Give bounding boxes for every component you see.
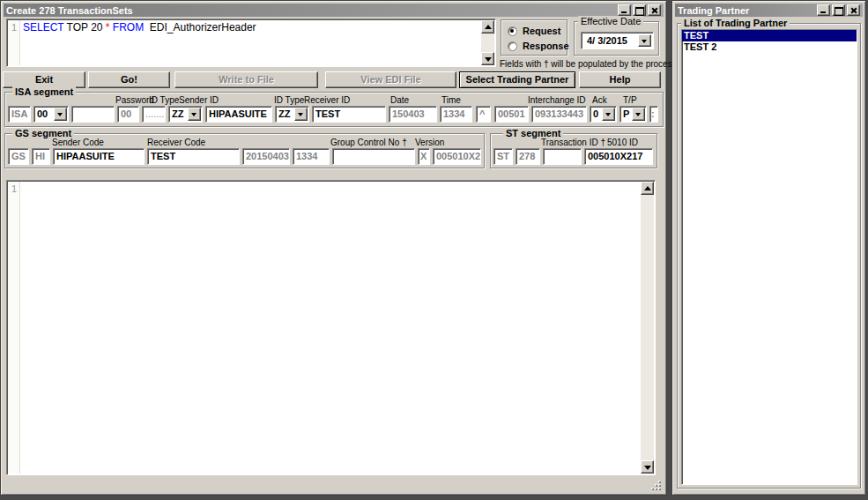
isa-password-field: ......... (142, 106, 166, 123)
main-window: Create 278 TransactionSets 1 SELECT TOP … (0, 0, 667, 496)
isa-id-type-sender-label: ID Type (149, 95, 179, 105)
effective-date-picker[interactable]: 4/ 3/2015 (581, 32, 654, 49)
gs-group-control-field[interactable] (332, 148, 415, 165)
gs-date-field: 20150403 (242, 148, 290, 165)
st-tag-field: ST (493, 148, 513, 165)
isa-auth-qualifier-value: 00 (37, 108, 48, 119)
gs-receiver-code-label: Receiver Code (147, 138, 205, 147)
response-radio-label: Response (523, 41, 569, 51)
go-button[interactable]: Go! (88, 71, 170, 88)
isa-sender-id-field[interactable]: HIPAASUITE (205, 106, 272, 123)
isa-sender-id-type-combo[interactable]: ZZ (168, 106, 203, 123)
sql-query-text: SELECT TOP 20 * FROM EDI_AuthorizerHeade… (23, 21, 256, 34)
response-radio[interactable] (508, 41, 517, 51)
help-button[interactable]: Help (579, 71, 661, 88)
isa-time-field: 1334 (440, 106, 472, 123)
scroll-up-icon[interactable] (641, 182, 654, 195)
st-5010-id-field[interactable]: 005010X217 (584, 148, 653, 165)
chevron-down-icon[interactable] (294, 108, 308, 121)
gs-version-label: Version (415, 138, 444, 147)
minimize-icon[interactable] (618, 4, 631, 16)
dagger-note: Fields with † will be populated by the p… (500, 59, 679, 69)
isa-receiver-id-field[interactable]: TEST (312, 106, 386, 123)
isa-receiver-id-type-combo[interactable]: ZZ (275, 106, 309, 123)
trading-partner-titlebar[interactable]: Trading Partner (675, 4, 863, 17)
trading-partner-list-group: List of Trading Partner TEST TEST 2 (677, 23, 861, 489)
effective-date-value: 4/ 3/2015 (587, 35, 627, 46)
isa-id-type-receiver-label: ID Type (274, 95, 304, 105)
gs-sender-code-label: Sender Code (52, 138, 104, 147)
isa-repetition-separator-field: ^ (476, 106, 491, 123)
main-titlebar[interactable]: Create 278 TransactionSets (4, 4, 664, 17)
effective-date-group: Effective Date 4/ 3/2015 (574, 21, 659, 56)
st-transaction-id-label: Transaction ID † (541, 138, 605, 147)
st-transaction-code-field: 278 (516, 148, 540, 165)
isa-date-label: Date (390, 95, 409, 105)
isa-sender-id-label: Sender ID (179, 95, 219, 105)
request-radio[interactable] (508, 26, 517, 36)
isa-security-qualifier-field: 00 (117, 106, 139, 123)
trading-partner-list[interactable]: TEST TEST 2 (681, 29, 857, 485)
sql-editor-scrollbar[interactable] (481, 20, 494, 65)
sql-text-mid: TOP 20 (63, 21, 105, 34)
gs-version-field: 005010X217 (433, 148, 481, 165)
sql-line-number: 1 (8, 20, 20, 65)
isa-time-label: Time (441, 95, 461, 105)
close-icon[interactable] (847, 4, 860, 16)
sql-keyword-select: SELECT (23, 21, 63, 34)
isa-interchange-id-field: 093133443 (531, 106, 587, 123)
isa-date-field: 150403 (389, 106, 437, 123)
close-icon[interactable] (648, 4, 661, 16)
isa-ack-value: 0 (593, 108, 598, 119)
select-trading-partner-button[interactable]: Select Trading Partner (459, 71, 575, 88)
output-scrollbar[interactable] (641, 182, 654, 474)
chevron-down-icon[interactable] (188, 108, 201, 121)
effective-date-label: Effective Date (578, 16, 643, 26)
isa-version-field: 00501 (494, 106, 529, 123)
chevron-down-icon[interactable] (54, 108, 67, 121)
isa-sender-id-type-value: ZZ (172, 108, 183, 119)
isa-ack-label: Ack (592, 95, 607, 105)
trading-partner-list-label: List of Trading Partner (681, 18, 790, 28)
gs-functional-code-field: HI (32, 148, 50, 165)
desktop: Create 278 TransactionSets 1 SELECT TOP … (0, 0, 868, 500)
trading-partner-window: Trading Partner List of Trading Partner … (671, 0, 866, 496)
output-editor[interactable]: 1 (6, 180, 656, 475)
isa-ack-combo[interactable]: 0 (590, 106, 617, 123)
isa-receiver-id-label: Receiver ID (304, 95, 350, 105)
scroll-down-icon[interactable] (481, 52, 494, 65)
gs-receiver-code-field[interactable]: TEST (147, 148, 240, 165)
sql-keyword-from: FROM (110, 21, 147, 34)
scroll-up-icon[interactable] (481, 20, 494, 34)
minimize-icon[interactable] (817, 4, 830, 16)
st-transaction-id-field[interactable] (543, 148, 582, 165)
scroll-down-icon[interactable] (641, 460, 654, 474)
gs-responsible-agency-field: X (418, 148, 430, 165)
isa-usage-combo[interactable]: P (619, 106, 647, 123)
sql-editor[interactable]: 1 SELECT TOP 20 * FROM EDI_AuthorizerHea… (6, 19, 496, 67)
resize-grip[interactable] (651, 481, 662, 491)
list-item[interactable]: TEST (682, 30, 857, 41)
isa-receiver-id-type-value: ZZ (278, 108, 290, 119)
maximize-icon[interactable] (832, 4, 845, 16)
chevron-down-icon[interactable] (602, 108, 615, 121)
isa-interchange-id-label: Interchange ID (528, 95, 586, 105)
isa-auth-qualifier-combo[interactable]: 00 (33, 106, 69, 123)
gs-tag-field: GS (8, 148, 29, 165)
isa-auth-info-field[interactable] (71, 106, 115, 123)
gs-sender-code-field[interactable]: HIPAASUITE (53, 148, 145, 165)
gs-group-control-label: Group Control No † (330, 138, 407, 147)
main-window-title: Create 278 TransactionSets (6, 5, 616, 16)
sql-table-name: EDI_AuthorizerHeader (147, 21, 256, 34)
st-5010-id-label: 5010 ID (607, 138, 638, 147)
isa-segment-legend: ISA segment (12, 86, 76, 97)
isa-tag-field: ISA (8, 106, 31, 123)
chevron-down-icon[interactable] (638, 34, 651, 47)
trading-partner-window-title: Trading Partner (678, 5, 815, 16)
maximize-icon[interactable] (633, 4, 646, 16)
write-to-file-button: Write to File (174, 71, 318, 88)
isa-tp-label: T/P (623, 95, 637, 105)
list-item[interactable]: TEST 2 (682, 41, 857, 53)
output-line-number: 1 (8, 182, 20, 474)
chevron-down-icon[interactable] (632, 108, 645, 121)
